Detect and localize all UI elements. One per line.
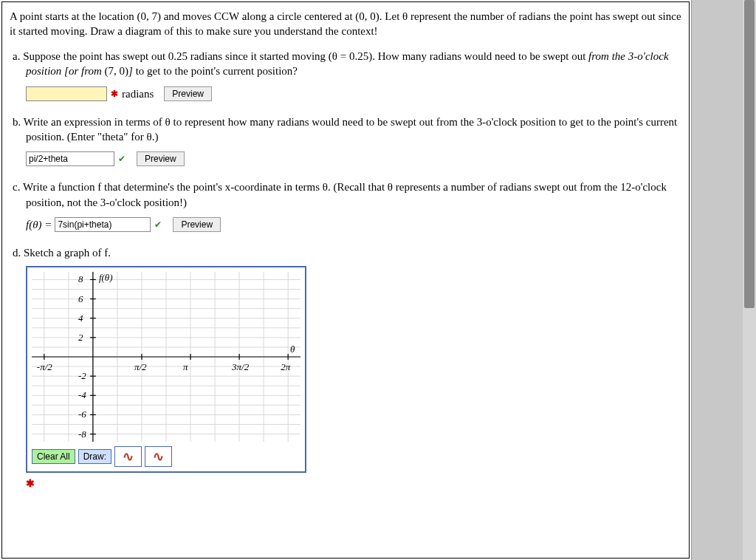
part-a: a. Suppose the point has swept out 0.25 … bbox=[26, 49, 681, 101]
part-c-text: Write a function f that determine's the … bbox=[23, 181, 667, 208]
part-b-text: Write an expression in terms of θ to rep… bbox=[24, 116, 678, 143]
wave-icon: ∿ bbox=[120, 449, 137, 464]
part-a-text2: (7, 0) bbox=[105, 65, 129, 77]
sidebar-gutter bbox=[691, 0, 756, 560]
draw-label-button[interactable]: Draw: bbox=[78, 449, 111, 464]
part-b-input[interactable] bbox=[26, 151, 114, 166]
graph-canvas[interactable] bbox=[32, 272, 300, 442]
clear-all-button[interactable]: Clear All bbox=[32, 449, 75, 464]
preview-button-c[interactable]: Preview bbox=[173, 217, 221, 232]
part-a-italic2: ] bbox=[128, 65, 136, 77]
part-a-unit: radians bbox=[122, 86, 154, 101]
part-c: c. Write a function f that determine's t… bbox=[26, 180, 681, 232]
preview-button-b[interactable]: Preview bbox=[137, 151, 185, 166]
part-c-input[interactable] bbox=[55, 217, 151, 232]
incorrect-icon: ✱ bbox=[26, 477, 681, 490]
part-a-text3: to get to the point's current position? bbox=[136, 65, 298, 77]
correct-icon: ✔ bbox=[117, 154, 126, 163]
part-c-prefix: f(θ) = bbox=[26, 217, 52, 232]
part-a-input[interactable] bbox=[26, 86, 107, 101]
problem-panel: A point starts at the location (0, 7) an… bbox=[1, 1, 690, 559]
wave-icon: ∿ bbox=[150, 449, 167, 464]
part-b: b. Write an expression in terms of θ to … bbox=[26, 115, 681, 167]
part-d-text: Sketch a graph of f. bbox=[24, 247, 111, 259]
wave-tool-1[interactable]: ∿ bbox=[114, 446, 142, 467]
scrollbar-thumb[interactable] bbox=[744, 0, 755, 308]
part-a-text1: Suppose the point has swept out 0.25 rad… bbox=[23, 50, 588, 62]
part-c-label: c. bbox=[13, 181, 20, 193]
correct-icon: ✔ bbox=[154, 220, 162, 229]
part-d-label: d. bbox=[13, 247, 21, 259]
incorrect-icon: ✱ bbox=[110, 89, 119, 98]
preview-button-a[interactable]: Preview bbox=[164, 86, 212, 101]
part-d: d. Sketch a graph of f. bbox=[26, 245, 681, 260]
wave-tool-2[interactable]: ∿ bbox=[145, 446, 172, 467]
intro-text: A point starts at the location (0, 7) an… bbox=[10, 10, 681, 38]
part-a-label: a. bbox=[13, 50, 20, 62]
scrollbar-track[interactable] bbox=[743, 0, 756, 560]
graph-container: Clear All Draw: ∿ ∿ bbox=[26, 266, 306, 473]
part-b-label: b. bbox=[13, 116, 21, 128]
